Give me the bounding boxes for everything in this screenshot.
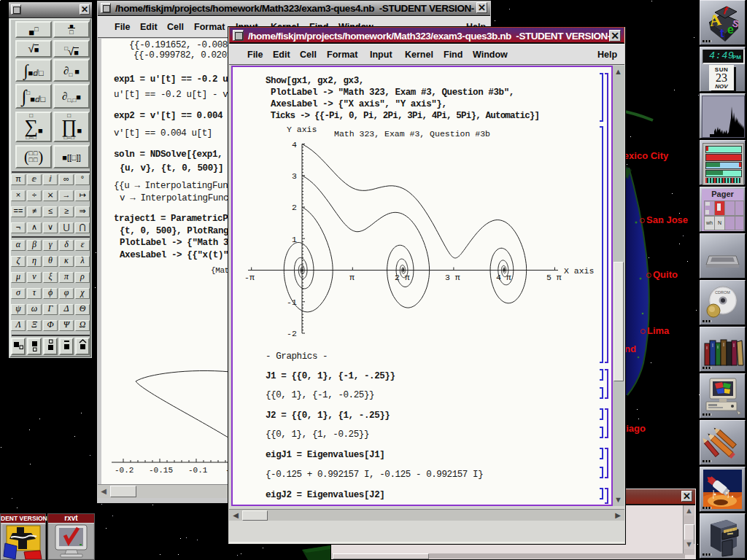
svg-text:3: 3	[292, 171, 297, 181]
svg-text:3 π: 3 π	[445, 273, 460, 282]
svg-text:t: t	[720, 26, 724, 40]
svg-text:-2: -2	[287, 329, 297, 338]
svg-text:CDROM: CDROM	[715, 290, 730, 295]
svg-text:-0.1: -0.1	[188, 466, 208, 475]
svg-text:-0.15: -0.15	[149, 466, 173, 475]
svg-text:π: π	[349, 273, 355, 282]
svg-text:Math 323, Exam #3, Question #3: Math 323, Exam #3, Question #3b	[334, 129, 490, 139]
svg-text:-π: -π	[244, 273, 255, 282]
svg-text:Y axis: Y axis	[287, 125, 317, 134]
svg-text:2: 2	[292, 203, 297, 212]
svg-text:5 π: 5 π	[546, 273, 562, 282]
svg-text:X axis: X axis	[564, 266, 594, 276]
svg-text:4: 4	[292, 140, 297, 149]
svg-text:-0.2: -0.2	[115, 466, 133, 475]
